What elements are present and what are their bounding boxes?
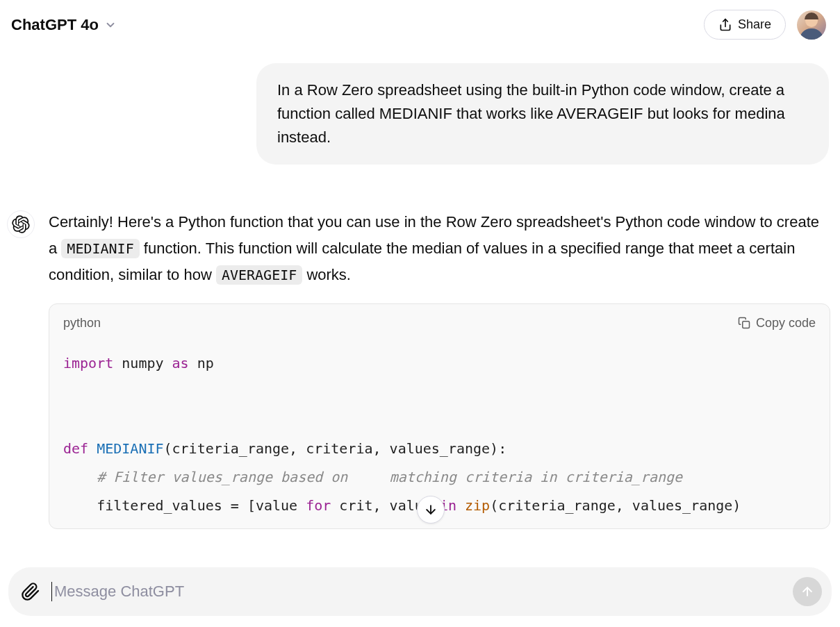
share-label: Share [738, 17, 771, 32]
arrow-down-icon [424, 503, 438, 517]
assistant-message-content: Certainly! Here's a Python function that… [49, 209, 834, 528]
copy-icon [738, 317, 750, 329]
code-token-for: for [306, 497, 331, 514]
code-language-label: python [63, 312, 101, 334]
code-token-np: np [197, 355, 214, 371]
inline-code-averageif: AVERAGEIF [216, 265, 302, 285]
assistant-text-2: function. This function will calculate t… [49, 240, 795, 283]
code-token-def: def [63, 440, 88, 457]
user-message-bubble: In a Row Zero spreadsheet using the buil… [256, 63, 829, 165]
code-token-l3a: filtered_values = [value [63, 497, 306, 514]
header-right: Share [704, 10, 826, 40]
share-icon [718, 18, 732, 32]
arrow-up-icon [800, 585, 814, 599]
send-button[interactable] [793, 577, 822, 606]
copy-code-label: Copy code [756, 312, 816, 334]
code-token-l3c: (criteria_range, values_range) [490, 497, 741, 514]
chat-area: In a Row Zero spreadsheet using the buil… [0, 63, 840, 529]
code-header: python Copy code [49, 304, 830, 337]
attach-button[interactable] [21, 582, 40, 601]
code-block: python Copy code import numpy as np def … [49, 303, 830, 529]
svg-rect-1 [743, 321, 750, 328]
model-name: ChatGPT 4o [11, 16, 99, 34]
assistant-avatar [7, 210, 35, 238]
code-token-fn: MEDIANIF [97, 440, 163, 457]
model-selector[interactable]: ChatGPT 4o [11, 16, 117, 34]
share-button[interactable]: Share [704, 10, 786, 40]
code-token-zip: zip [465, 497, 490, 514]
header-bar: ChatGPT 4o Share [0, 0, 840, 49]
copy-code-button[interactable]: Copy code [738, 312, 816, 334]
code-token-params: (criteria_range, criteria, values_range)… [164, 440, 507, 457]
code-token-import: import [63, 355, 113, 371]
composer [8, 567, 832, 616]
paperclip-icon [21, 582, 40, 601]
chevron-down-icon [104, 19, 117, 31]
message-input[interactable] [51, 582, 782, 601]
code-token-comment-a: # Filter values_range based on [97, 469, 347, 485]
scroll-down-button[interactable] [417, 496, 445, 524]
inline-code-medianif: MEDIANIF [61, 239, 139, 258]
user-message-row: In a Row Zero spreadsheet using the buil… [6, 63, 834, 165]
code-token-numpy: numpy [122, 355, 163, 371]
assistant-text-3: works. [302, 266, 351, 283]
openai-logo-icon [12, 215, 30, 233]
user-message-text: In a Row Zero spreadsheet using the buil… [277, 81, 785, 146]
avatar[interactable] [797, 10, 826, 40]
composer-wrap [0, 562, 840, 627]
code-token-as: as [172, 355, 189, 371]
code-token-comment-b: matching criteria in criteria_range [390, 469, 682, 485]
assistant-message-row: Certainly! Here's a Python function that… [6, 209, 834, 528]
